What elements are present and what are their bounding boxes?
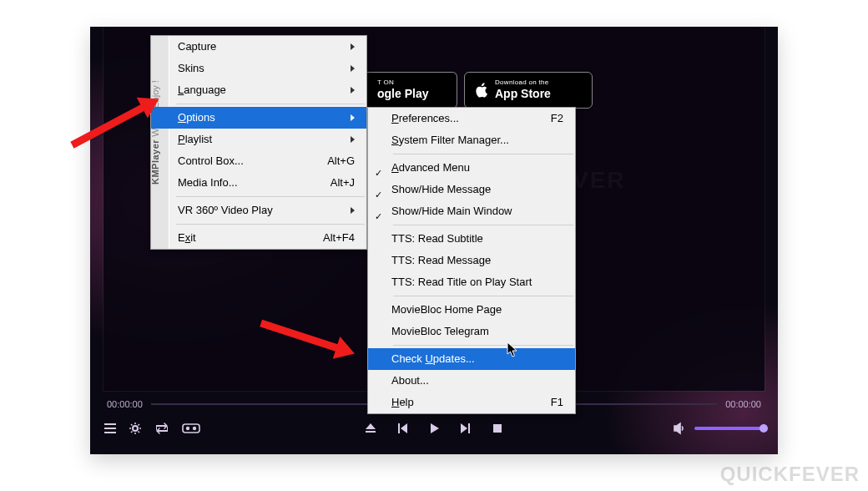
time-total: 00:00:00	[725, 399, 761, 409]
stop-icon[interactable]	[491, 422, 504, 435]
menu-item-label: Advanced Menu	[391, 157, 470, 179]
submenu-item-show-hide-message[interactable]: ✓Show/Hide Message	[368, 179, 575, 200]
app-store-badge[interactable]: Download on the App Store	[464, 72, 593, 109]
volume-icon[interactable]	[673, 422, 686, 435]
menu-item-shortcut: F1	[551, 392, 563, 413]
menu-item-label: Show/Hide Message	[391, 179, 491, 200]
submenu-item-preferences[interactable]: Preferences...F2	[368, 108, 575, 129]
submenu-item-tts-read-message[interactable]: TTS: Read Message	[368, 250, 575, 271]
submenu-item-advanced-menu[interactable]: ✓Advanced Menu	[368, 157, 575, 179]
menu-item-label: Preferences...	[391, 108, 459, 129]
google-play-big: ogle Play	[377, 88, 428, 100]
menu-separator	[393, 154, 573, 154]
check-icon: ✓	[375, 205, 382, 227]
menu-item-label: About...	[391, 370, 429, 392]
menu-separator	[393, 225, 573, 225]
menu-separator	[393, 296, 573, 296]
submenu-item-help[interactable]: HelpF1	[368, 392, 575, 413]
apple-icon	[475, 83, 488, 98]
repeat-icon[interactable]	[154, 422, 170, 435]
svg-rect-1	[183, 424, 199, 433]
menu-item-shortcut: F2	[551, 108, 563, 129]
app-store-small: Download on the	[495, 79, 551, 86]
menu-item-label: Media Info...	[178, 172, 238, 194]
menu-item-control-box[interactable]: Control Box...Alt+G	[151, 150, 366, 172]
menu-separator	[176, 104, 365, 104]
menu-item-label: Control Box...	[178, 150, 244, 172]
menu-item-label: Options	[178, 107, 215, 129]
menu-item-capture[interactable]: Capture	[151, 36, 366, 58]
menu-item-options[interactable]: Options	[151, 107, 366, 129]
menu-item-language[interactable]: Language	[151, 79, 366, 101]
menu-item-label: Exit	[178, 227, 196, 249]
eject-icon[interactable]	[364, 422, 377, 435]
cursor-icon	[507, 342, 518, 358]
app-store-big: App Store	[495, 88, 551, 100]
menu-item-label: MovieBloc Telegram	[391, 321, 489, 342]
svg-rect-4	[493, 424, 502, 433]
svg-point-3	[193, 427, 196, 430]
menu-separator	[176, 196, 365, 197]
volume-slider[interactable]	[694, 427, 765, 430]
prev-icon[interactable]	[396, 422, 409, 435]
svg-point-2	[186, 427, 189, 430]
next-icon[interactable]	[459, 422, 472, 435]
menu-item-label: Capture	[178, 36, 216, 58]
submenu-item-moviebloc-home-page[interactable]: MovieBloc Home Page	[368, 299, 575, 321]
submenu-arrow-icon	[351, 114, 355, 121]
google-play-small: T ON	[377, 79, 428, 86]
menu-item-vr-360-video-play[interactable]: VR 360º Video Play	[151, 200, 366, 221]
menu-item-label: VR 360º Video Play	[178, 200, 273, 221]
watermark-corner: QUICKFEVER	[720, 463, 860, 486]
submenu-arrow-icon	[351, 136, 355, 143]
submenu-arrow-icon	[351, 87, 355, 94]
menu-item-exit[interactable]: ExitAlt+F4	[151, 227, 366, 249]
menu-item-label: TTS: Read Message	[391, 250, 491, 271]
menu-item-media-info[interactable]: Media Info...Alt+J	[151, 172, 366, 194]
submenu-item-system-filter-manager[interactable]: System Filter Manager...	[368, 129, 575, 151]
time-elapsed: 00:00:00	[107, 399, 143, 409]
submenu-arrow-icon	[351, 65, 355, 72]
menu-item-label: System Filter Manager...	[391, 129, 509, 151]
google-play-badge[interactable]: T ON ogle Play	[367, 72, 457, 109]
vr-icon[interactable]	[182, 422, 200, 435]
menu-separator	[176, 224, 365, 225]
submenu-item-moviebloc-telegram[interactable]: MovieBloc Telegram	[368, 321, 575, 342]
menu-item-playlist[interactable]: Playlist	[151, 129, 366, 150]
menu-item-shortcut: Alt+F4	[323, 227, 355, 249]
menu-item-label: Skins	[178, 58, 204, 79]
playlist-icon[interactable]	[103, 422, 117, 435]
submenu-item-tts-read-subtitle[interactable]: TTS: Read Subtitle	[368, 228, 575, 250]
menu-item-label: Show/Hide Main Window	[391, 200, 512, 222]
menu-separator	[393, 345, 573, 346]
submenu-item-show-hide-main-window[interactable]: ✓Show/Hide Main Window	[368, 200, 575, 222]
menu-item-label: MovieBloc Home Page	[391, 299, 502, 321]
submenu-item-tts-read-title-on-play-start[interactable]: TTS: Read Title on Play Start	[368, 271, 575, 293]
menu-item-label: TTS: Read Title on Play Start	[391, 271, 532, 293]
options-submenu: Preferences...F2System Filter Manager...…	[367, 107, 576, 414]
submenu-arrow-icon	[351, 43, 355, 50]
menu-item-label: Check Updates...	[391, 348, 475, 370]
settings-icon[interactable]	[129, 422, 142, 435]
menu-item-label: TTS: Read Subtitle	[391, 228, 483, 250]
menu-item-label: Language	[178, 79, 226, 101]
menu-item-label: Help	[391, 392, 414, 413]
submenu-arrow-icon	[351, 207, 355, 214]
menu-item-label: Playlist	[178, 129, 212, 150]
controls-bar	[103, 418, 765, 439]
play-icon[interactable]	[427, 422, 441, 435]
submenu-item-about[interactable]: About...	[368, 370, 575, 392]
context-menu: KMPlayer We All Enjoy ! CaptureSkinsLang…	[150, 35, 367, 250]
volume-thumb[interactable]	[760, 424, 768, 433]
menu-item-shortcut: Alt+G	[327, 150, 355, 172]
menu-item-skins[interactable]: Skins	[151, 58, 366, 79]
svg-point-0	[133, 426, 138, 431]
submenu-item-check-updates[interactable]: Check Updates...	[368, 348, 575, 370]
menu-item-shortcut: Alt+J	[331, 172, 355, 194]
